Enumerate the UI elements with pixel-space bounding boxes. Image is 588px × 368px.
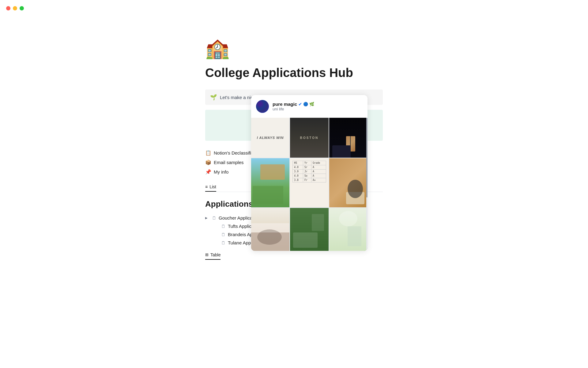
photo-grid: I ALWAYS WIN BOSTON bbox=[251, 118, 368, 251]
link-label: My info bbox=[214, 169, 228, 174]
user-info: pure magic ✔ 🔵 🌿 uni life bbox=[273, 102, 363, 111]
doc-icon: 🗒 bbox=[221, 232, 225, 237]
table-tab-icon: ⊞ bbox=[205, 252, 209, 257]
studying-bg bbox=[329, 158, 368, 207]
doc-icon: 🗒 bbox=[221, 240, 225, 245]
scrollbar-thumb bbox=[366, 118, 368, 197]
list-tab-icon: ≡ bbox=[205, 184, 208, 189]
scores-bg: HSYrGrade 4.0SrA 3.9JrA 4.0SoA 3.8FrA+ bbox=[290, 158, 328, 207]
photo-text-cell: I ALWAYS WIN bbox=[251, 118, 289, 158]
table-tab-label: Table bbox=[210, 252, 221, 257]
minimize-button[interactable] bbox=[13, 6, 17, 10]
photo-cafe bbox=[251, 208, 289, 251]
fullscreen-button[interactable] bbox=[20, 6, 24, 10]
window-controls bbox=[6, 6, 24, 10]
main-content: 🏫 College Applications Hub 🌱 Let's make … bbox=[187, 0, 401, 278]
emoji-badges: 🔵 🌿 bbox=[303, 102, 314, 106]
sidebar-card: pure magic ✔ 🔵 🌿 uni life I ALWAYS WIN B… bbox=[251, 95, 368, 251]
list-tab-label: List bbox=[209, 184, 216, 189]
cafe-bg bbox=[251, 208, 289, 251]
close-button[interactable] bbox=[6, 6, 10, 10]
toggle-icon: ▶ bbox=[205, 216, 209, 220]
hoodie-bg: BOSTON bbox=[290, 118, 328, 158]
text-cell-content: I ALWAYS WIN bbox=[254, 133, 286, 142]
photo-speaker bbox=[329, 118, 368, 158]
callout-icon: 🌱 bbox=[210, 94, 217, 101]
library-bg bbox=[329, 208, 368, 251]
doc-icon: 🗒 bbox=[212, 216, 216, 220]
card-subtitle: uni life bbox=[273, 107, 363, 111]
campus-bg bbox=[251, 158, 289, 207]
photo-hoodie: BOSTON bbox=[290, 118, 328, 158]
table-view-tab[interactable]: ⊞ Table bbox=[205, 252, 383, 260]
page-icon: 🏫 bbox=[205, 37, 383, 60]
avatar bbox=[256, 100, 269, 113]
username: pure magic ✔ 🔵 🌿 bbox=[273, 102, 363, 107]
photo-library bbox=[329, 208, 368, 251]
email-samples-icon: 📦 bbox=[205, 159, 211, 165]
doc-icon: 🗒 bbox=[221, 224, 225, 229]
card-header: pure magic ✔ 🔵 🌿 uni life bbox=[251, 95, 368, 118]
speaker-bg bbox=[329, 118, 368, 158]
photo-studying bbox=[329, 158, 368, 207]
scrollbar[interactable] bbox=[366, 118, 368, 251]
photo-group bbox=[290, 208, 328, 251]
verified-badge: ✔ bbox=[298, 102, 302, 107]
group-bg bbox=[290, 208, 328, 251]
link-label: Email samples bbox=[214, 160, 244, 165]
my-info-icon: 📌 bbox=[205, 169, 211, 175]
photo-campus bbox=[251, 158, 289, 207]
photo-scores: HSYrGrade 4.0SrA 3.9JrA 4.0SoA 3.8FrA+ bbox=[290, 158, 328, 207]
page-title: College Applications Hub bbox=[205, 66, 383, 80]
survival-guide-icon: 📋 bbox=[205, 150, 211, 156]
